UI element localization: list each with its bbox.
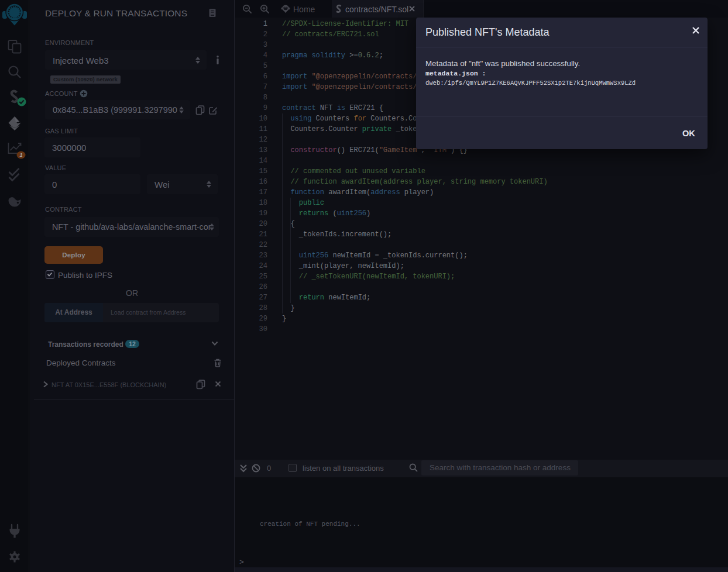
svg-text:1: 1 bbox=[19, 152, 22, 158]
